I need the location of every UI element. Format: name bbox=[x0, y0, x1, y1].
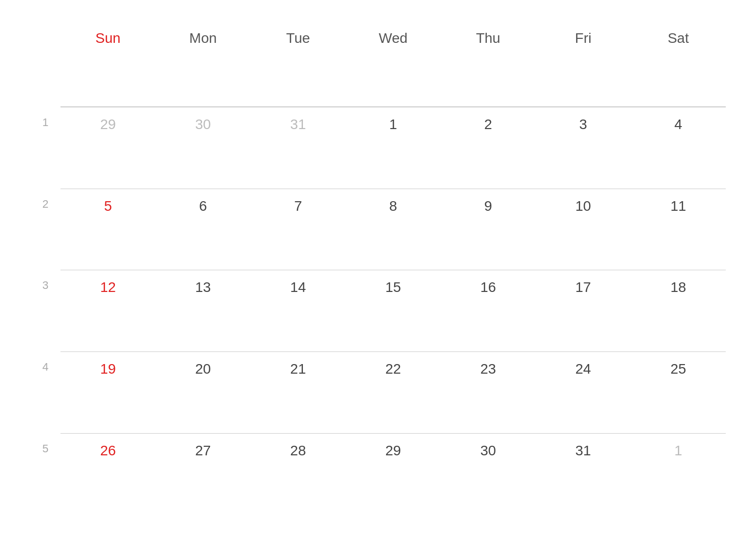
corner-spacer bbox=[30, 30, 60, 107]
day-cell-w4-d4: 22 bbox=[346, 351, 441, 433]
day-cell-w5-d4: 29 bbox=[346, 433, 441, 515]
day-cell-w1-d6: 3 bbox=[536, 107, 631, 189]
day-cell-w2-d7: 11 bbox=[631, 189, 726, 270]
day-cell-w1-d7: 4 bbox=[631, 107, 726, 189]
week-number-5: 5 bbox=[30, 433, 60, 515]
day-cell-w3-d2: 13 bbox=[156, 270, 251, 351]
day-cell-w3-d3: 14 bbox=[250, 270, 346, 351]
day-header-thu: Thu bbox=[440, 30, 536, 107]
day-header-sat: Sat bbox=[631, 30, 726, 107]
day-header-wed: Wed bbox=[346, 30, 441, 107]
day-cell-w4-d1: 19 bbox=[60, 351, 156, 433]
day-cell-w2-d1: 5 bbox=[60, 189, 156, 270]
week-number-4: 4 bbox=[30, 351, 60, 433]
day-header-sun: Sun bbox=[60, 30, 156, 107]
day-cell-w5-d1: 26 bbox=[60, 433, 156, 515]
day-cell-w4-d7: 25 bbox=[631, 351, 726, 433]
day-cell-w3-d5: 16 bbox=[440, 270, 536, 351]
week-number-3: 3 bbox=[30, 270, 60, 351]
day-cell-w5-d7: 1 bbox=[631, 433, 726, 515]
day-cell-w5-d2: 27 bbox=[156, 433, 251, 515]
day-cell-w1-d3: 31 bbox=[250, 107, 346, 189]
calendar-grid: Sun Mon Tue Wed Thu Fri Sat 129303112342… bbox=[30, 30, 726, 515]
day-cell-w1-d1: 29 bbox=[60, 107, 156, 189]
day-cell-w4-d2: 20 bbox=[156, 351, 251, 433]
day-cell-w4-d3: 21 bbox=[250, 351, 346, 433]
day-cell-w5-d3: 28 bbox=[250, 433, 346, 515]
day-cell-w3-d4: 15 bbox=[346, 270, 441, 351]
day-cell-w1-d4: 1 bbox=[346, 107, 441, 189]
day-cell-w5-d6: 31 bbox=[536, 433, 631, 515]
day-cell-w4-d5: 23 bbox=[440, 351, 536, 433]
week-number-2: 2 bbox=[30, 189, 60, 270]
day-cell-w1-d2: 30 bbox=[156, 107, 251, 189]
week-number-1: 1 bbox=[30, 107, 60, 189]
day-cell-w2-d3: 7 bbox=[250, 189, 346, 270]
day-header-fri: Fri bbox=[536, 30, 631, 107]
day-header-tue: Tue bbox=[250, 30, 346, 107]
day-cell-w1-d5: 2 bbox=[440, 107, 536, 189]
day-cell-w3-d7: 18 bbox=[631, 270, 726, 351]
day-cell-w2-d4: 8 bbox=[346, 189, 441, 270]
day-cell-w2-d5: 9 bbox=[440, 189, 536, 270]
calendar: Sun Mon Tue Wed Thu Fri Sat 129303112342… bbox=[0, 0, 756, 535]
day-header-mon: Mon bbox=[156, 30, 251, 107]
day-cell-w2-d2: 6 bbox=[156, 189, 251, 270]
day-cell-w4-d6: 24 bbox=[536, 351, 631, 433]
day-cell-w3-d6: 17 bbox=[536, 270, 631, 351]
day-cell-w2-d6: 10 bbox=[536, 189, 631, 270]
day-cell-w3-d1: 12 bbox=[60, 270, 156, 351]
day-cell-w5-d5: 30 bbox=[440, 433, 536, 515]
